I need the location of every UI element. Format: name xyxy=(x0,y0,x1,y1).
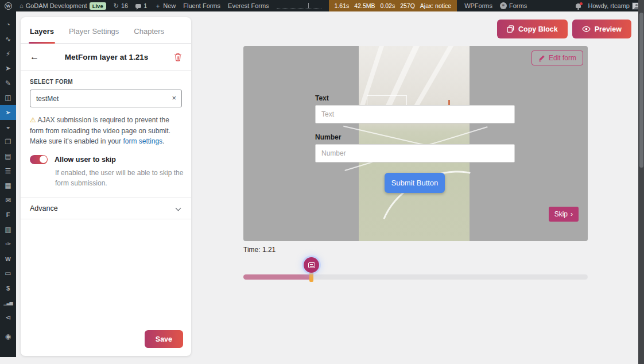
collapse-menu-icon: ◉ xyxy=(5,332,11,340)
copy-icon xyxy=(507,25,514,33)
sidebar-item-mail[interactable]: ✉ xyxy=(0,193,16,208)
video-frame xyxy=(359,46,470,241)
submit-button[interactable]: Submit Button xyxy=(385,173,445,193)
notification-dot xyxy=(580,2,583,5)
howdy-text: Howdy, rtcamp xyxy=(588,2,630,9)
dollar-icon: $ xyxy=(6,285,10,292)
sidebar-item-users[interactable]: ◫ xyxy=(0,91,16,106)
sidebar-item-comment-circle[interactable]: ◒ xyxy=(0,120,16,135)
edit-form-button[interactable]: Edit form xyxy=(532,51,583,65)
home-icon: ⌂ xyxy=(20,2,24,9)
preview-button[interactable]: Preview xyxy=(572,20,631,38)
pin-icon: ➤ xyxy=(5,64,11,72)
layer-title: MetForm layer at 1.21s xyxy=(39,53,174,61)
everest-forms-menu[interactable]: Everest Forms xyxy=(228,2,269,9)
skip-button[interactable]: Skip › xyxy=(549,207,579,222)
delete-layer-button[interactable] xyxy=(174,53,182,61)
timeline-progress xyxy=(243,274,311,280)
contact-card-icon: ▦ xyxy=(5,181,11,189)
fluent-forms-menu[interactable]: Fluent Forms xyxy=(183,2,220,9)
godam-icon: ➣ xyxy=(5,109,11,117)
sidebar-item-everest-forms[interactable]: ✑ xyxy=(0,237,16,252)
qm-memory: 42.5MB xyxy=(354,2,375,9)
form-card-icon: ▥ xyxy=(5,226,11,234)
text-field-input[interactable] xyxy=(315,105,515,123)
wordpress-logo-icon[interactable]: W xyxy=(5,2,12,10)
sidebar-item-edit-document[interactable]: ✎ xyxy=(0,76,16,91)
tab-chapters[interactable]: Chapters xyxy=(134,27,164,43)
number-field-input[interactable] xyxy=(315,144,515,162)
allow-skip-toggle[interactable] xyxy=(30,155,48,164)
qm-php-time: 1.61s xyxy=(335,2,350,9)
comments-menu[interactable]: 1 xyxy=(135,2,147,9)
form-field-label-number: Number xyxy=(315,133,341,141)
sidebar-item-activity[interactable]: ∿ xyxy=(0,32,16,47)
form-layer-icon xyxy=(308,262,315,268)
advance-accordion[interactable]: Advance xyxy=(21,198,191,219)
sidebar-item-contact-card[interactable]: ▦ xyxy=(0,179,16,193)
forms-menu[interactable]: ≡ Forms xyxy=(500,2,527,9)
chevron-down-icon xyxy=(176,206,181,211)
comments-icon: ▤ xyxy=(5,152,11,160)
notifications-menu[interactable] xyxy=(576,3,581,8)
sidebar-item-analytics[interactable]: ▁▃▅ xyxy=(0,296,16,311)
sidebar-item-archive[interactable]: ▭ xyxy=(0,266,16,281)
archive-icon: ▭ xyxy=(5,269,11,277)
form-select: × xyxy=(30,90,182,107)
time-label: Time: 1.21 xyxy=(243,246,276,254)
save-button[interactable]: Save xyxy=(145,330,183,348)
sidebar-item-dashboard[interactable]: ◔ xyxy=(0,17,16,32)
clear-selection-icon[interactable]: × xyxy=(172,94,176,102)
wpforms-icon: w xyxy=(5,255,10,263)
tab-layers[interactable]: Layers xyxy=(30,27,54,43)
scrollbar-thumb[interactable] xyxy=(639,13,643,168)
forms-icon: ≡ xyxy=(500,2,507,9)
updates-menu[interactable]: ↻ 16 xyxy=(114,2,128,10)
updates-icon: ↻ xyxy=(114,2,119,10)
editor-toolbar: Copy Block Preview xyxy=(497,20,631,38)
mail-icon: ✉ xyxy=(5,196,11,204)
qm-queries: 257Q xyxy=(400,2,415,9)
bolt-icon: ⚡ xyxy=(6,50,10,58)
panel-tabs: Layers Player Settings Chapters xyxy=(21,17,191,44)
users-icon: ◫ xyxy=(5,94,11,102)
sidebar-item-fluent-forms[interactable]: F xyxy=(0,208,16,223)
sidebar-item-pages[interactable]: ❐ xyxy=(0,134,16,149)
form-field-label-text: Text xyxy=(315,94,329,102)
new-content-menu[interactable]: ＋ New xyxy=(154,2,176,10)
layer-header: ← MetForm layer at 1.21s xyxy=(21,44,191,71)
select-form-label: SELECT FORM xyxy=(30,79,182,85)
query-monitor-menu[interactable]: 1.61s 42.5MB 0.02s 257Q Ajax: notice xyxy=(329,0,457,11)
tab-player-settings[interactable]: Player Settings xyxy=(69,27,119,43)
sidebar-item-godam[interactable]: ➣ xyxy=(0,105,16,120)
qm-db-time: 0.02s xyxy=(380,2,395,9)
copy-block-button[interactable]: Copy Block xyxy=(497,20,568,38)
sidebar-item-payments[interactable]: $ xyxy=(0,281,16,296)
account-menu[interactable]: Howdy, rtcamp xyxy=(588,2,639,10)
sidebar-item-form-card[interactable]: ▥ xyxy=(0,222,16,237)
activity-icon: ∿ xyxy=(5,35,11,43)
pencil-icon xyxy=(538,55,545,61)
sidebar-item-performance[interactable]: ⚡ xyxy=(0,47,16,61)
layer-marker-pin[interactable] xyxy=(304,257,319,273)
sidebar-item-comments[interactable]: ▤ xyxy=(0,149,16,164)
sidebar-item-list-box[interactable]: ☰ xyxy=(0,164,16,179)
site-menu[interactable]: ⌂ GoDAM Development Live xyxy=(20,2,106,10)
sidebar-item-collapse[interactable]: ◉ xyxy=(0,330,16,344)
wpforms-menu[interactable]: WPForms xyxy=(464,2,492,9)
allow-skip-label: Allow user to skip xyxy=(55,156,116,164)
comment-bubble-icon xyxy=(135,4,141,8)
timeline-seekbar[interactable] xyxy=(243,274,588,280)
back-button[interactable]: ← xyxy=(30,52,39,62)
list-box-icon: ☰ xyxy=(5,167,11,175)
warning-icon: ⚠ xyxy=(30,116,36,124)
form-select-input[interactable] xyxy=(30,90,182,107)
sidebar-item-megaphone[interactable]: ⊲ xyxy=(0,310,16,325)
ajax-warning: ⚠ AJAX submission is required to prevent… xyxy=(30,115,182,147)
form-settings-link[interactable]: form settings xyxy=(123,137,162,145)
pen-icon: ✑ xyxy=(5,240,11,248)
comments-count: 1 xyxy=(143,2,147,9)
chevron-right-icon: › xyxy=(571,210,573,218)
sidebar-item-wpforms[interactable]: w xyxy=(0,251,16,266)
sidebar-item-posts[interactable]: ➤ xyxy=(0,61,16,76)
